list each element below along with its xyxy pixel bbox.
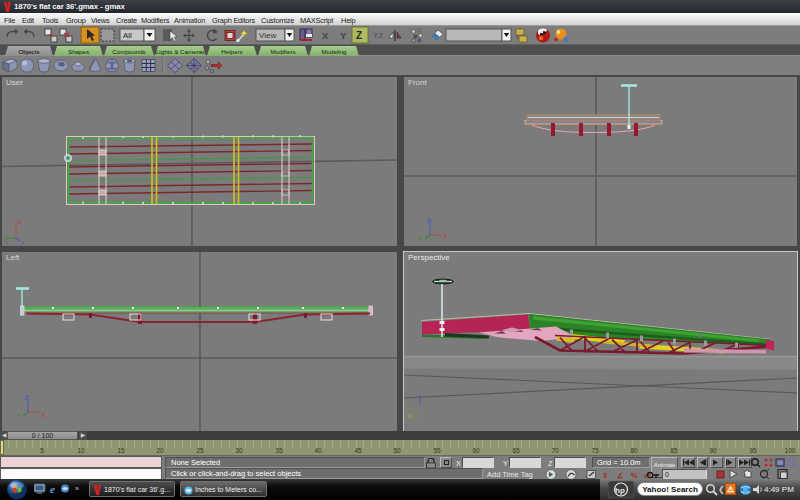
svg-text:»: » — [75, 485, 79, 492]
svg-text:Y: Y — [340, 30, 347, 41]
svg-text:Y: Y — [4, 240, 9, 246]
svg-text:X: X — [41, 412, 46, 419]
svg-text:∠: ∠ — [617, 472, 623, 479]
svg-text:X: X — [18, 219, 23, 226]
svg-text:e: e — [50, 483, 55, 495]
svg-text:3: 3 — [603, 472, 607, 479]
svg-text:Z: Z — [356, 30, 362, 41]
svg-text:X: X — [443, 233, 448, 240]
svg-text:hp: hp — [615, 486, 625, 495]
svg-text:Z: Z — [426, 217, 431, 224]
svg-text:Z: Z — [24, 394, 29, 401]
svg-text:%: % — [631, 472, 638, 479]
svg-text:All: All — [123, 31, 132, 40]
svg-text:Y: Y — [418, 235, 423, 242]
svg-text:X: X — [322, 30, 329, 41]
svg-text:Y: Y — [16, 412, 21, 419]
svg-text:Z: Z — [20, 241, 25, 246]
svg-text:View: View — [259, 31, 276, 40]
svg-text:YZ: YZ — [373, 31, 383, 40]
